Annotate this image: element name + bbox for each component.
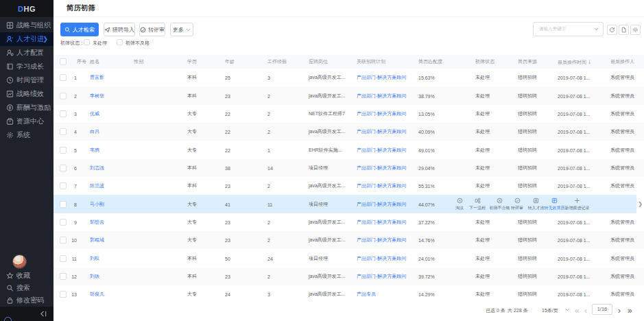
row-action-7[interactable]: 新增跟进记录 xyxy=(565,198,590,211)
row-checkbox[interactable] xyxy=(60,273,67,280)
cell-plan[interactable]: 产品部门-解决方案顾问 xyxy=(357,273,406,280)
settings-button[interactable] xyxy=(630,25,641,35)
refresh-button[interactable] xyxy=(607,25,617,35)
cell-plan[interactable]: 产品部门-解决方案顾问 xyxy=(357,128,406,135)
talent-search-button[interactable]: 人才检索 xyxy=(60,23,99,36)
column-header[interactable]: 姓名 xyxy=(90,58,99,65)
cell-name[interactable]: 曹富辉 xyxy=(90,74,104,81)
page-size-select[interactable]: 15条/页 xyxy=(542,307,558,314)
column-header[interactable]: 学历 xyxy=(187,58,197,65)
sidebar-bottom-item-2[interactable]: 搜索 xyxy=(0,282,53,294)
row-checkbox[interactable] xyxy=(60,219,67,226)
sidebar-item-7[interactable]: 薪酬与激励 xyxy=(0,101,53,115)
row-action-2[interactable]: 下一流程 xyxy=(469,198,486,211)
sort-desc-icon[interactable]: ↓ xyxy=(588,58,591,65)
cell-plan[interactable]: 产品部门-解决方案顾问 xyxy=(357,165,406,171)
row-checkbox[interactable] xyxy=(60,128,67,135)
select-all-checkbox[interactable] xyxy=(60,58,67,65)
table-row-6[interactable]: 6刘志强本科3814项目经理产品部门-解决方案顾问29.04%未处理猎聘招聘20… xyxy=(53,159,644,177)
sidebar-item-6[interactable]: 战略绩效 xyxy=(0,87,53,101)
filter-option-unprocessed[interactable]: 未处理 xyxy=(93,40,107,47)
next-page-button[interactable]: › xyxy=(618,306,621,316)
sidebar-item-2[interactable]: 人才引进❯ xyxy=(0,32,53,46)
first-page-button[interactable]: « xyxy=(575,306,580,316)
cell-plan[interactable]: 产品部门-解决方案顾问 xyxy=(357,182,406,189)
keyword-select[interactable]: 请输入关键字 xyxy=(533,22,604,36)
column-header[interactable]: 序号 xyxy=(77,58,86,65)
row-checkbox[interactable] xyxy=(60,93,67,99)
cell-name[interactable]: 优威 xyxy=(90,110,99,117)
cell-plan[interactable]: 产品部门-解决方案顾问 xyxy=(357,219,406,226)
filter-checkbox-unprocessed[interactable] xyxy=(84,39,90,45)
export-button[interactable] xyxy=(619,25,629,35)
cell-plan[interactable]: 产品部门-解决方案顾问 xyxy=(357,147,406,154)
row-checkbox[interactable] xyxy=(60,237,67,243)
cell-plan[interactable]: 产品专员 xyxy=(357,291,376,298)
cell-name[interactable]: 刘铁 xyxy=(90,273,99,280)
column-header[interactable]: 简历来源 xyxy=(518,58,537,65)
cell-name[interactable]: 邹想云 xyxy=(90,219,104,226)
column-header[interactable]: 初筛状态 xyxy=(475,58,494,65)
column-header[interactable]: 关联招聘计划 xyxy=(357,58,385,65)
cell-plan[interactable]: 产品部门-解决方案顾问 xyxy=(357,74,406,81)
column-header[interactable]: 年龄 xyxy=(225,58,235,65)
table-row-9[interactable]: 9邹想云大专232java高级开发工...产品部门-解决方案顾问37.22%未处… xyxy=(53,213,644,231)
cell-plan[interactable]: 产品部门-解决方案顾问 xyxy=(357,93,406,99)
column-header[interactable]: 最后操作时间 ↓ xyxy=(558,58,591,66)
more-button[interactable]: 更多 xyxy=(170,23,193,36)
table-row-4[interactable]: 4白吕大专222java高级开发工...产品部门-解决方案顾问40.09%未处理… xyxy=(53,123,644,141)
sidebar-item-8[interactable]: 资源中心 xyxy=(0,115,53,128)
cell-plan[interactable]: 产品部门-解决方案顾问 xyxy=(357,110,406,117)
table-row-13[interactable]: 13胡俊凡大专243java高级开发工...产品专员14.29%未处理猎聘招聘2… xyxy=(53,285,644,303)
table-row-10[interactable]: 10郭糯城大专232java高级开发工...产品部门-解决方案顾问14.76%未… xyxy=(53,231,644,249)
collapse-icon[interactable] xyxy=(40,310,47,318)
table-row-7[interactable]: 7陈浩波本科232java高级开发工...产品部门-解决方案顾问55.31%未处… xyxy=(53,177,644,195)
cell-name[interactable]: 刘志强 xyxy=(90,165,104,171)
row-action-1[interactable]: 淘汰 xyxy=(455,198,464,211)
cell-name[interactable]: 白吕 xyxy=(90,128,99,135)
row-checkbox[interactable] xyxy=(60,182,67,189)
column-header[interactable]: 性别 xyxy=(134,58,143,65)
avatar[interactable] xyxy=(12,254,27,269)
cell-name[interactable]: 韦腾 xyxy=(90,147,99,154)
table-row-3[interactable]: 3优威大专222NET软件工程师7产品部门-解决方案顾问13.05%未处理猎聘招… xyxy=(53,105,644,123)
cell-name[interactable]: 刘权 xyxy=(90,255,99,262)
filter-checkbox-failed[interactable] xyxy=(117,39,123,45)
sidebar-bottom-item-1[interactable]: 收藏 xyxy=(0,270,53,282)
row-action-5[interactable]: 转入才池 xyxy=(528,198,545,211)
sidebar-item-9[interactable]: 系统 xyxy=(0,128,53,142)
table-row-12[interactable]: 12刘铁本科232java高级开发工...产品部门-解决方案顾问39.72%未处… xyxy=(53,268,644,285)
row-action-4[interactable]: 转评审 xyxy=(511,198,523,211)
column-header[interactable]: 最后操作人 xyxy=(610,58,634,65)
to-review-button[interactable]: 转评审 xyxy=(139,23,165,36)
sidebar-item-1[interactable]: 战略与组织 xyxy=(0,19,53,32)
sidebar-item-5[interactable]: 时间管理 xyxy=(0,73,53,87)
table-row-2[interactable]: 2李树华本科232java高级开发工...产品部门-解决方案顾问38.79%未处… xyxy=(53,86,644,104)
row-checkbox[interactable] xyxy=(60,110,67,117)
row-checkbox[interactable] xyxy=(60,147,67,154)
table-row-5[interactable]: 5韦腾大专221EHR软件实施...产品部门-解决方案顾问49.01%未处理猎聘… xyxy=(53,141,644,158)
column-header[interactable]: 工作经验 xyxy=(267,58,287,65)
table-row-8[interactable]: 8马小刚大专4111项目经理产品部门-解决方案顾问44.07%淘汰下一流程初筛不… xyxy=(53,195,644,213)
row-checkbox[interactable] xyxy=(60,74,67,81)
row-checkbox[interactable] xyxy=(60,165,67,171)
sidebar-bottom-item-3[interactable]: 修改密码 xyxy=(0,294,53,307)
sidebar-item-3[interactable]: 人才配置 xyxy=(0,46,53,60)
row-action-3[interactable]: 初筛不合格 xyxy=(490,198,510,211)
theme-circle-icon[interactable] xyxy=(4,317,12,321)
cell-name[interactable]: 陈浩波 xyxy=(90,182,104,189)
cell-plan[interactable]: 产品部门-解决方案顾问 xyxy=(357,255,406,262)
last-page-button[interactable]: » xyxy=(628,306,632,316)
sidebar-item-4[interactable]: 学习成长 xyxy=(0,60,53,73)
cell-name[interactable]: 胡俊凡 xyxy=(90,291,104,298)
column-header[interactable]: 简历匹配度 xyxy=(418,58,442,65)
cell-name[interactable]: 李树华 xyxy=(90,93,104,99)
prev-page-button[interactable]: ‹ xyxy=(584,306,587,316)
row-checkbox[interactable] xyxy=(60,291,67,298)
cell-plan[interactable]: 产品部门-解决方案顾问 xyxy=(357,237,406,243)
row-action-6[interactable]: 转无效简历 xyxy=(545,198,565,211)
action-expand-icon[interactable]: ❯ xyxy=(636,195,644,213)
row-checkbox[interactable] xyxy=(60,255,67,262)
table-row-1[interactable]: 1曹富辉本科253java高级开发工...产品部门-解决方案顾问15.63%未处… xyxy=(53,69,644,86)
liepin-import-button[interactable]: 猎聘导入 xyxy=(104,23,135,36)
